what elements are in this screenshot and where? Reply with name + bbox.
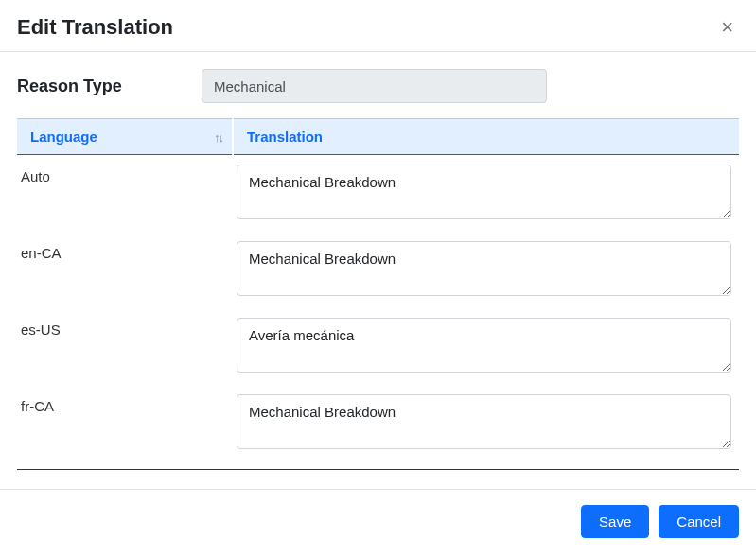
translations-table: Language ↑↓ Translation Auto en-CA	[17, 118, 739, 470]
sort-icon: ↑↓	[214, 130, 222, 144]
dialog-title: Edit Translation	[17, 15, 173, 40]
table-row: en-CA	[17, 232, 739, 308]
translation-input[interactable]	[237, 165, 731, 219]
close-icon[interactable]: ×	[715, 15, 739, 40]
table-row: es-US	[17, 308, 739, 385]
reason-type-field	[202, 69, 547, 103]
table-row: Auto	[17, 155, 739, 233]
language-cell: Auto	[17, 155, 233, 233]
language-cell: en-CA	[17, 232, 233, 308]
cancel-button[interactable]: Cancel	[659, 505, 739, 538]
dialog-footer: Save Cancel	[0, 489, 756, 555]
language-cell: es-US	[17, 308, 233, 385]
dialog-header: Edit Translation ×	[0, 0, 756, 52]
save-button[interactable]: Save	[581, 505, 649, 538]
column-header-translation-label: Translation	[247, 129, 323, 145]
translation-input[interactable]	[237, 318, 731, 373]
table-row: fr-CA	[17, 385, 739, 470]
edit-translation-dialog: Edit Translation × Reason Type Language …	[0, 0, 756, 555]
column-header-translation[interactable]: Translation	[233, 119, 739, 155]
column-header-language[interactable]: Language ↑↓	[17, 119, 233, 155]
language-cell: fr-CA	[17, 385, 233, 470]
translation-input[interactable]	[237, 394, 731, 449]
dialog-body: Reason Type Language ↑↓ Translation Auto	[0, 52, 756, 489]
translation-input[interactable]	[237, 241, 731, 296]
reason-type-label: Reason Type	[17, 77, 202, 96]
reason-type-row: Reason Type	[17, 69, 739, 103]
column-header-language-label: Language	[30, 129, 97, 145]
